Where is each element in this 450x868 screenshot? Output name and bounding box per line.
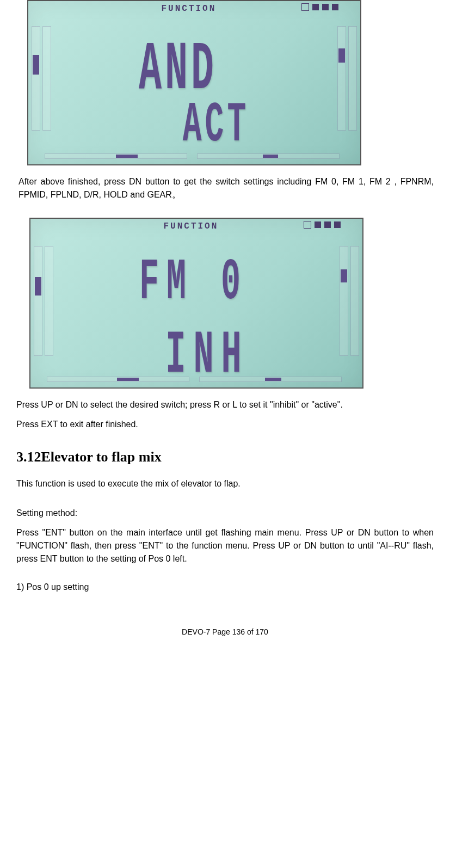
lcd-function-label: FUNCTION (162, 2, 217, 15)
lcd-photo-and-act: FUNCTION AND ACT (27, 0, 361, 165)
paragraph-select-switch: Press UP or DN to select the desired swi… (16, 398, 434, 411)
lcd-indicator-squares (304, 221, 341, 229)
page-footer: DEVO-7 Page 136 of 170 (16, 626, 434, 649)
paragraph-setting-method-label: Setting method: (16, 507, 434, 520)
section-heading-elevator-flap-mix: 3.12Elevator to flap mix (16, 446, 434, 467)
paragraph-function-description: This function is used to execute the mix… (16, 477, 434, 490)
lcd-function-label: FUNCTION (164, 220, 219, 233)
paragraph-switch-settings: After above finished, press DN button to… (19, 175, 434, 201)
lcd-photo-fm0-inh: FUNCTION FM 0 INH (29, 218, 363, 389)
manual-page: FUNCTION AND ACT After above finished, p… (0, 0, 450, 649)
paragraph-press-ext: Press EXT to exit after finished. (16, 418, 434, 431)
lcd-indicator-squares (301, 3, 338, 11)
paragraph-setting-method-steps: Press "ENT" button on the main interface… (16, 526, 434, 565)
list-item-pos0-up: 1) Pos 0 up setting (16, 581, 434, 594)
